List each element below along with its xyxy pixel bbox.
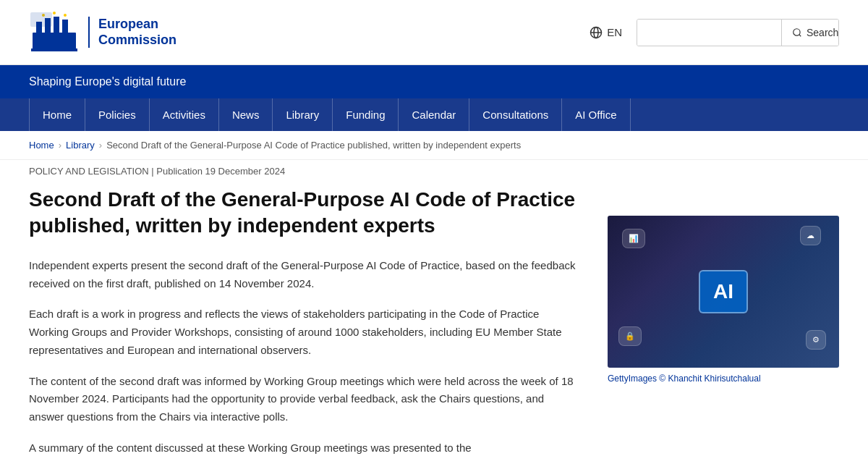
breadcrumb-sep1: › xyxy=(59,140,61,151)
article-para-1: Independent experts present the second d… xyxy=(29,257,579,293)
meta-publication-label: Publication xyxy=(156,166,203,177)
globe-icon xyxy=(590,26,603,39)
eu-logo-icon xyxy=(29,11,80,54)
article-title: Second Draft of the General-Purpose AI C… xyxy=(29,187,579,240)
meta-date-value: 19 December 2024 xyxy=(205,166,286,177)
nav-item-library[interactable]: Library xyxy=(273,98,333,131)
search-label: Search xyxy=(807,27,838,38)
nav-item-news[interactable]: News xyxy=(219,98,273,131)
logo-line2: Commission xyxy=(98,33,176,48)
meta-info: POLICY AND LEGISLATION | Publication 19 … xyxy=(0,160,868,180)
logo-area: European Commission xyxy=(29,11,176,54)
breadcrumb-library[interactable]: Library xyxy=(66,140,95,151)
breadcrumb-sep2: › xyxy=(99,140,102,151)
sidebar-image-area: 📊 ☁ 🔒 ⚙ AI GettyImages © Khanchit Khiris… xyxy=(608,180,839,456)
svg-rect-3 xyxy=(54,17,59,34)
article-para-3: The content of the second draft was info… xyxy=(29,373,579,426)
breadcrumb: Home › Library › Second Draft of the Gen… xyxy=(0,131,868,160)
nav-item-home[interactable]: Home xyxy=(29,98,85,131)
svg-rect-9 xyxy=(30,12,52,27)
article-para-2: Each draft is a work in progress and ref… xyxy=(29,305,579,359)
breadcrumb-current: Second Draft of the General-Purpose AI C… xyxy=(106,140,521,151)
svg-rect-0 xyxy=(33,33,76,51)
svg-point-7 xyxy=(53,12,56,14)
main-content: Second Draft of the General-Purpose AI C… xyxy=(0,180,868,456)
banner-text: Shaping Europe's digital future xyxy=(29,75,186,88)
nav-item-funding[interactable]: Funding xyxy=(333,98,399,131)
ai-badge: AI xyxy=(699,270,748,313)
logo-text: European Commission xyxy=(88,17,176,48)
logo-line1: European xyxy=(98,17,176,33)
article-body: Second Draft of the General-Purpose AI C… xyxy=(29,180,579,456)
search-button[interactable]: Search xyxy=(781,20,839,46)
nav-item-consultations[interactable]: Consultations xyxy=(469,98,562,131)
article-image: 📊 ☁ 🔒 ⚙ AI xyxy=(608,216,839,368)
site-header: European Commission EN Search xyxy=(0,0,868,65)
search-input[interactable] xyxy=(637,20,781,46)
nav-item-ai-office[interactable]: AI Office xyxy=(562,98,630,131)
svg-point-8 xyxy=(64,14,67,17)
main-nav: Home Policies Activities News Library Fu… xyxy=(0,98,868,131)
svg-rect-4 xyxy=(62,20,68,34)
nav-item-policies[interactable]: Policies xyxy=(85,98,150,131)
nav-item-calendar[interactable]: Calendar xyxy=(399,98,469,131)
svg-rect-5 xyxy=(31,48,77,51)
svg-line-14 xyxy=(799,34,801,36)
svg-point-13 xyxy=(793,28,800,35)
language-selector[interactable]: EN xyxy=(590,26,622,39)
blue-banner: Shaping Europe's digital future xyxy=(0,65,868,98)
img-overlay: AI xyxy=(608,216,839,368)
header-right: EN Search xyxy=(590,19,839,46)
breadcrumb-home[interactable]: Home xyxy=(29,140,54,151)
article-para-4: A summary of the content discussed at th… xyxy=(29,439,579,456)
search-icon xyxy=(792,28,802,38)
nav-item-activities[interactable]: Activities xyxy=(150,98,219,131)
image-caption: GettyImages © Khanchit Khirisutchalual xyxy=(608,373,839,384)
lang-code: EN xyxy=(607,26,622,38)
meta-category: POLICY AND LEGISLATION xyxy=(29,166,149,177)
search-box[interactable]: Search xyxy=(637,19,839,46)
